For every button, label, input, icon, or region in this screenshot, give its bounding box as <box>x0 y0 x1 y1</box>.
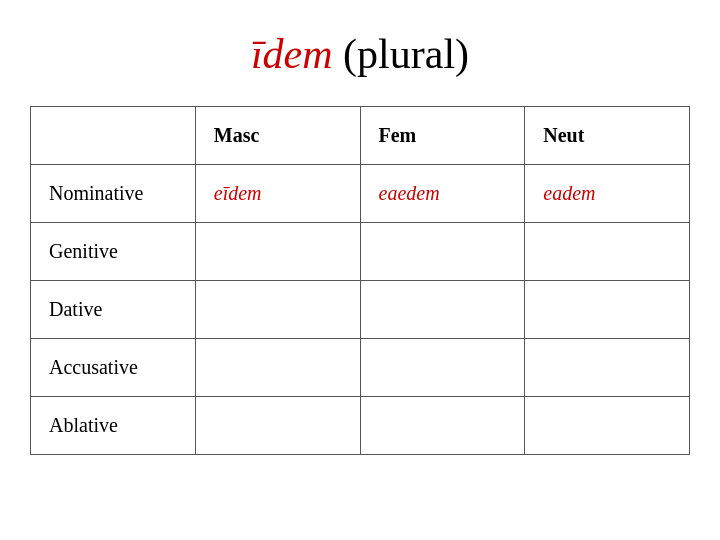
row-dative-label: Dative <box>31 281 196 339</box>
row-ablative-fem <box>360 397 525 455</box>
row-nominative-fem: eaedem <box>360 165 525 223</box>
row-ablative-masc <box>195 397 360 455</box>
row-accusative-masc <box>195 339 360 397</box>
row-accusative-neut <box>525 339 690 397</box>
row-ablative-label: Ablative <box>31 397 196 455</box>
row-genitive-fem <box>360 223 525 281</box>
row-accusative-label: Accusative <box>31 339 196 397</box>
table-header-row: Masc Fem Neut <box>31 107 690 165</box>
table-row: Ablative <box>31 397 690 455</box>
table-row: Dative <box>31 281 690 339</box>
title-plural: (plural) <box>333 31 469 77</box>
row-dative-masc <box>195 281 360 339</box>
header-label-col <box>31 107 196 165</box>
table-row: Accusative <box>31 339 690 397</box>
row-nominative-neut: eadem <box>525 165 690 223</box>
table-row: Genitive <box>31 223 690 281</box>
header-neut: Neut <box>525 107 690 165</box>
table-row: Nominative eīdem eaedem eadem <box>31 165 690 223</box>
row-nominative-label: Nominative <box>31 165 196 223</box>
header-masc: Masc <box>195 107 360 165</box>
title-idem: īdem <box>251 31 333 77</box>
row-ablative-neut <box>525 397 690 455</box>
row-nominative-masc: eīdem <box>195 165 360 223</box>
row-dative-fem <box>360 281 525 339</box>
declension-table: Masc Fem Neut Nominative eīdem eaedem ea… <box>30 106 690 455</box>
row-accusative-fem <box>360 339 525 397</box>
row-genitive-label: Genitive <box>31 223 196 281</box>
page-title: īdem (plural) <box>251 30 469 78</box>
row-genitive-neut <box>525 223 690 281</box>
header-fem: Fem <box>360 107 525 165</box>
row-genitive-masc <box>195 223 360 281</box>
row-dative-neut <box>525 281 690 339</box>
